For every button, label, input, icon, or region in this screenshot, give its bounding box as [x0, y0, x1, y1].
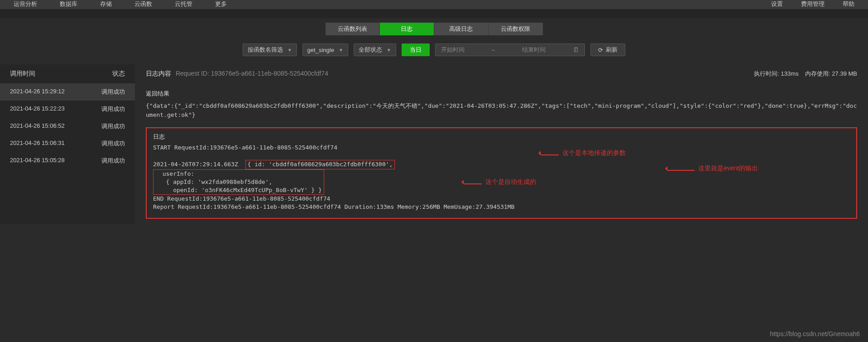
log-item-time: 2021-04-26 15:29:12 [10, 88, 65, 96]
log-item-status: 调用成功 [101, 157, 125, 165]
log-list-item[interactable]: 2021-04-26 15:06:52调用成功 [0, 118, 135, 135]
log-list-item[interactable]: 2021-04-26 15:22:23调用成功 [0, 101, 135, 118]
annotation-event-output: 这里就是event的输出 [667, 164, 758, 173]
date-range-picker[interactable]: 开始时间 ~ 结束时间 🗓 [435, 43, 585, 56]
result-json: {"data":{"_id":"cbddf0af608629a603bc2fdb… [146, 101, 857, 119]
userinfo-box: userInfo: { appId: 'wx2fda0988ebf5d8de',… [153, 169, 324, 195]
top-nav-item[interactable]: 费用管理 [801, 0, 825, 8]
refresh-icon: ⟳ [598, 47, 603, 53]
col-status: 状态 [112, 70, 125, 78]
chevron-down-icon: ▼ [387, 48, 391, 53]
mem-usage: 27.39 MB [832, 70, 857, 77]
tab-云函数权限[interactable]: 云函数权限 [489, 23, 543, 35]
sidebar-header: 调用时间 状态 [0, 64, 135, 83]
log-item-time: 2021-04-26 15:22:23 [10, 105, 65, 113]
annotation-local-param: 这个是本地传递的参数 [541, 149, 626, 157]
end-time-placeholder: 结束时间 [522, 46, 546, 54]
log-content: 日志内容 Request ID: 193676e5-a661-11eb-8085… [135, 64, 868, 224]
log-item-time: 2021-04-26 15:05:28 [10, 157, 65, 165]
request-id: 193676e5-a661-11eb-8085-525400cfdf74 [211, 70, 328, 77]
function-name-label: get_single [307, 47, 334, 53]
log-sidebar: 调用时间 状态 2021-04-26 15:29:12调用成功2021-04-2… [0, 64, 135, 224]
range-separator: ~ [492, 47, 495, 53]
sub-header [0, 9, 868, 18]
arrow-icon [667, 165, 695, 172]
filter-row: 按函数名筛选 ▼ get_single ▼ 全部状态 ▼ 当日 开始时间 ~ 结… [0, 40, 868, 64]
calendar-icon: 🗓 [573, 46, 579, 53]
log-list-item[interactable]: 2021-04-26 15:06:31调用成功 [0, 135, 135, 152]
main-area: 调用时间 状态 2021-04-26 15:29:12调用成功2021-04-2… [0, 64, 868, 224]
event-id-box: { id: 'cbddf0af608629a603bc2fdb0fff6300'… [245, 160, 395, 169]
log-item-status: 调用成功 [101, 88, 125, 96]
log-block: 日志 START RequestId:193676e5-a661-11eb-80… [146, 127, 857, 219]
annotation-auto-generated: 这个是自动生成的 [464, 178, 536, 186]
tab-云函数列表[interactable]: 云函数列表 [326, 23, 380, 35]
log-item-status: 调用成功 [101, 140, 125, 148]
content-header: 日志内容 Request ID: 193676e5-a661-11eb-8085… [146, 70, 857, 82]
log-list-item[interactable]: 2021-04-26 15:29:12调用成功 [0, 83, 135, 101]
top-nav-item[interactable]: 云托管 [175, 0, 192, 8]
chevron-down-icon: ▼ [288, 48, 292, 53]
top-nav-item[interactable]: 存储 [100, 0, 112, 8]
arrow-icon [464, 178, 482, 186]
tab-高级日志[interactable]: 高级日志 [434, 23, 489, 35]
top-nav-item[interactable]: 帮助 [843, 0, 854, 8]
content-title: 日志内容 Request ID: 193676e5-a661-11eb-8085… [146, 70, 328, 78]
log-item-status: 调用成功 [101, 122, 125, 130]
top-nav-item[interactable]: 设置 [771, 0, 783, 8]
log-item-status: 调用成功 [101, 105, 125, 113]
function-name-dropdown[interactable]: get_single ▼ [302, 43, 348, 56]
tab-日志[interactable]: 日志 [380, 23, 434, 35]
top-nav-item[interactable]: 云函数 [134, 0, 152, 8]
exec-time: 133ms [781, 70, 799, 77]
log-item-time: 2021-04-26 15:06:52 [10, 122, 65, 130]
top-nav-item[interactable]: 数据库 [60, 0, 77, 8]
content-stats: 执行时间: 133ms 内存使用: 27.39 MB [754, 70, 857, 78]
log-item-time: 2021-04-26 15:06:31 [10, 140, 65, 148]
filter-by-label: 按函数名筛选 [248, 46, 283, 54]
top-nav: 运营分析数据库存储云函数云托管更多 设置费用管理帮助 [0, 0, 868, 9]
today-button[interactable]: 当日 [402, 43, 430, 56]
status-label: 全部状态 [359, 46, 382, 54]
log-body: START RequestId:193676e5-a661-11eb-8085-… [153, 144, 850, 212]
tab-row: 云函数列表日志高级日志云函数权限 [0, 18, 868, 40]
refresh-button[interactable]: ⟳ 刷新 [590, 43, 625, 56]
log-list-item[interactable]: 2021-04-26 15:05:28调用成功 [0, 152, 135, 169]
status-dropdown[interactable]: 全部状态 ▼ [354, 43, 396, 56]
chevron-down-icon: ▼ [339, 48, 343, 53]
top-nav-item[interactable]: 更多 [215, 0, 227, 8]
start-time-placeholder: 开始时间 [441, 46, 465, 54]
log-label: 日志 [153, 133, 850, 141]
col-time: 调用时间 [10, 70, 35, 78]
arrow-icon [541, 149, 559, 157]
filter-by-dropdown[interactable]: 按函数名筛选 ▼ [243, 43, 297, 56]
result-label: 返回结果 [146, 90, 857, 98]
top-nav-item[interactable]: 运营分析 [14, 0, 37, 8]
